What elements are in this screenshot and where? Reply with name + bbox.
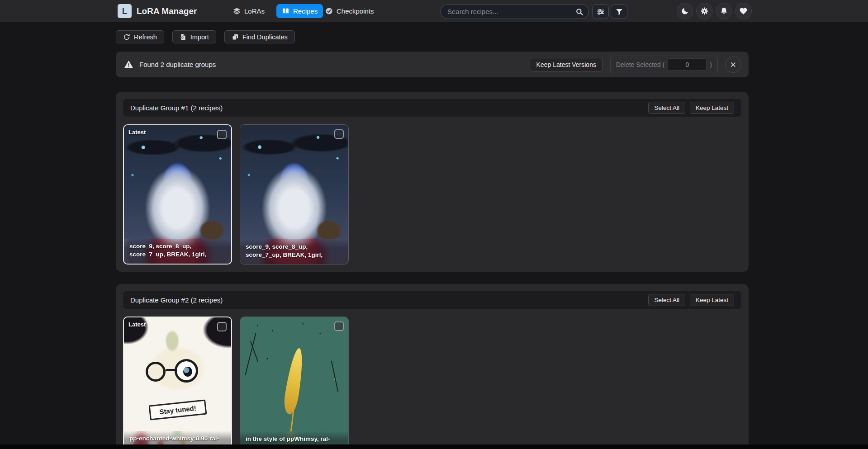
recipe-thumbnail: Stay tuned! (124, 317, 231, 449)
latest-badge: Latest (128, 129, 146, 136)
warning-triangle-icon (124, 60, 133, 69)
delete-count-input[interactable] (668, 58, 707, 71)
search-icon[interactable] (575, 8, 583, 16)
cat-eye (183, 367, 192, 377)
alert-actions: Keep Latest Versions Delete Selected ( ) (530, 56, 741, 73)
viewport-bottom-edge (0, 444, 868, 449)
refresh-button[interactable]: Refresh (116, 30, 164, 43)
find-duplicates-label: Find Duplicates (242, 33, 288, 41)
refresh-label: Refresh (134, 33, 157, 41)
tab-loras-label: LoRAs (244, 7, 265, 15)
recipe-card[interactable]: Stay tuned! Latest pp-enchanted-whimsy:0… (123, 317, 232, 449)
settings-button[interactable] (696, 3, 713, 19)
recipe-thumbnail (240, 317, 348, 449)
funnel-filter-button[interactable] (611, 4, 627, 19)
group-1-header: Duplicate Group #1 (2 recipes) Select Al… (123, 99, 741, 117)
search-input[interactable] (441, 5, 588, 19)
tab-loras[interactable]: LoRAs (228, 4, 270, 18)
search-container (440, 4, 589, 19)
tab-checkpoints-label: Checkpoints (337, 7, 374, 15)
duplicates-copy-icon (232, 33, 239, 41)
delete-selected-suffix: ) (710, 61, 712, 68)
card-checkbox[interactable] (217, 322, 227, 331)
tab-recipes[interactable]: Recipes (276, 4, 323, 18)
app-logo[interactable]: L (118, 4, 132, 18)
cat-glasses-left (146, 362, 166, 382)
alert-message: Found 2 duplicate groups (139, 61, 216, 68)
import-label: Import (190, 33, 209, 41)
group-2-header: Duplicate Group #2 (2 recipes) Select Al… (123, 291, 741, 309)
tab-recipes-label: Recipes (293, 7, 318, 15)
card-checkbox[interactable] (334, 129, 344, 139)
close-banner-button[interactable] (725, 57, 741, 73)
group-2-cards: Stay tuned! Latest pp-enchanted-whimsy:0… (123, 317, 741, 449)
card-caption: score_9, score_8_up, score_7_up, BREAK, … (124, 239, 231, 264)
feather-plume (282, 347, 306, 416)
group-2-keep-latest-button[interactable]: Keep Latest (690, 294, 734, 306)
group-1-select-all-button[interactable]: Select All (648, 102, 685, 114)
layers-icon (233, 7, 241, 15)
group-1-title: Duplicate Group #1 (2 recipes) (130, 104, 223, 112)
top-navigation-bar: L LoRA Manager LoRAs Recipes Checkpoints (0, 0, 868, 22)
notifications-button[interactable] (716, 3, 732, 19)
funnel-icon (615, 8, 623, 16)
recipe-card[interactable]: in the style of ppWhimsy, ral-frctlgmtry… (240, 317, 349, 449)
recipe-card[interactable]: Latest score_9, score_8_up, score_7_up, … (123, 124, 232, 265)
book-icon (282, 7, 289, 15)
refresh-icon (123, 33, 130, 41)
duplicate-group-1: Duplicate Group #1 (2 recipes) Select Al… (116, 92, 749, 272)
heart-icon (739, 7, 748, 15)
moon-icon (681, 7, 689, 15)
card-caption: score_9, score_8_up, score_7_up, BREAK, … (240, 239, 348, 264)
delete-selected-prefix: Delete Selected ( (616, 61, 664, 68)
sliders-icon (597, 8, 605, 16)
group-2-actions: Select All Keep Latest (648, 294, 734, 306)
duplicate-group-2: Duplicate Group #2 (2 recipes) Select Al… (116, 284, 749, 449)
find-duplicates-button[interactable]: Find Duplicates (224, 30, 295, 43)
app-title: LoRA Manager (137, 0, 197, 22)
sliders-filter-button[interactable] (592, 4, 609, 19)
support-button[interactable] (735, 3, 752, 19)
recipes-toolbar: Refresh Import Find Duplicates (116, 30, 295, 43)
theme-toggle-button[interactable] (677, 3, 693, 19)
group-1-actions: Select All Keep Latest (648, 102, 734, 114)
close-icon (730, 61, 737, 68)
group-2-select-all-button[interactable]: Select All (648, 294, 685, 306)
delete-selected-control[interactable]: Delete Selected ( ) (610, 56, 718, 73)
keep-latest-versions-button[interactable]: Keep Latest Versions (530, 58, 603, 71)
cat-glasses-right (175, 359, 198, 383)
import-button[interactable]: Import (172, 30, 216, 43)
tab-checkpoints[interactable]: Checkpoints (320, 4, 379, 18)
gear-icon (700, 7, 709, 15)
recipe-card[interactable]: score_9, score_8_up, score_7_up, BREAK, … (240, 124, 349, 265)
duplicates-alert-banner: Found 2 duplicate groups Keep Latest Ver… (116, 52, 749, 77)
group-2-title: Duplicate Group #2 (2 recipes) (130, 296, 223, 304)
group-1-keep-latest-button[interactable]: Keep Latest (690, 102, 734, 114)
file-import-icon (180, 33, 187, 41)
check-circle-icon (325, 7, 333, 15)
bell-icon (720, 7, 728, 15)
group-1-cards: Latest score_9, score_8_up, score_7_up, … (123, 124, 741, 265)
cat-glasses-bridge (166, 369, 175, 371)
stay-tuned-sign: Stay tuned! (149, 400, 207, 421)
card-checkbox[interactable] (217, 130, 227, 139)
card-checkbox[interactable] (334, 321, 344, 331)
latest-badge: Latest (128, 321, 146, 328)
twig-decoration (331, 361, 339, 392)
